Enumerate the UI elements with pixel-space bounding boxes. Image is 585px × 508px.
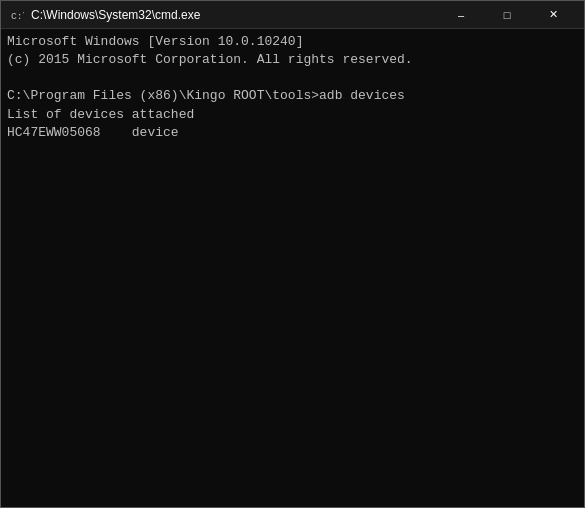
- minimize-button[interactable]: –: [438, 1, 484, 29]
- console-line-6: HC47EWW05068 device: [7, 124, 578, 142]
- window-controls: – □ ✕: [438, 1, 576, 29]
- cmd-window: C:\ C:\Windows\System32\cmd.exe – □ ✕ Mi…: [0, 0, 585, 508]
- window-title: C:\Windows\System32\cmd.exe: [31, 8, 438, 22]
- console-line-2: (c) 2015 Microsoft Corporation. All righ…: [7, 51, 578, 69]
- console-line-1: Microsoft Windows [Version 10.0.10240]: [7, 33, 578, 51]
- console-line-4: C:\Program Files (x86)\Kingo ROOT\tools>…: [7, 87, 578, 105]
- console-body[interactable]: Microsoft Windows [Version 10.0.10240] (…: [1, 29, 584, 507]
- close-button[interactable]: ✕: [530, 1, 576, 29]
- maximize-button[interactable]: □: [484, 1, 530, 29]
- console-line-7: [7, 142, 578, 160]
- svg-text:C:\: C:\: [11, 11, 24, 22]
- console-line-3: [7, 69, 578, 87]
- console-line-5: List of devices attached: [7, 106, 578, 124]
- cmd-icon: C:\: [9, 7, 25, 23]
- title-bar: C:\ C:\Windows\System32\cmd.exe – □ ✕: [1, 1, 584, 29]
